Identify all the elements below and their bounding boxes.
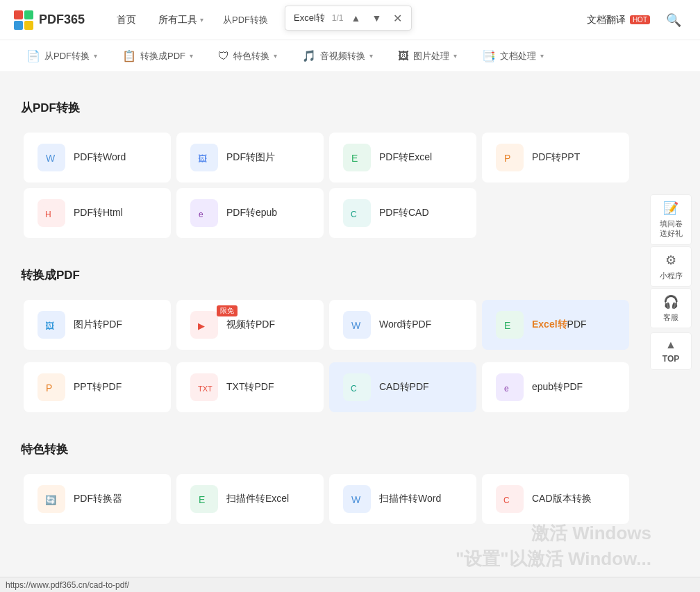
tool-icon-scan-excel: E — [190, 485, 218, 513]
tool-scan-excel[interactable]: E 扫描件转Excel — [176, 474, 324, 524]
sub-nav-arrow-to-pdf: ▾ — [190, 52, 193, 60]
right-panel-survey[interactable]: 📝 填问卷送好礼 — [650, 194, 692, 245]
survey-label: 填问卷送好礼 — [660, 219, 683, 239]
svg-text:🔄: 🔄 — [45, 494, 57, 506]
sub-nav-media[interactable]: 🎵 音视频转换 ▾ — [290, 40, 385, 72]
tool-epub-pdf[interactable]: e epub转PDF — [482, 362, 629, 412]
logo-icon — [14, 10, 33, 30]
section-title-special: 特色转换 — [21, 441, 667, 457]
sub-nav-icon-pdf-convert: 📄 — [26, 49, 40, 62]
tool-pdf-epub[interactable]: e PDF转epub — [176, 188, 324, 238]
sub-nav-icon-image: 🖼 — [398, 50, 409, 62]
section-title-to-pdf: 转换成PDF — [21, 267, 667, 283]
sub-nav-image[interactable]: 🖼 图片处理 ▾ — [385, 40, 469, 72]
logo-sq-green — [24, 10, 33, 19]
sub-nav-special[interactable]: 🛡 特色转换 ▾ — [206, 40, 290, 72]
tool-name-epub-pdf: epub转PDF — [532, 381, 583, 394]
search-overlay: Excel转 1/1 ▲ ▼ ✕ — [285, 6, 412, 31]
section-separator-2 — [0, 422, 688, 428]
sub-nav-pdf-convert[interactable]: 📄 从PDF转换 ▾ — [14, 40, 110, 72]
tool-name-pdf-img: PDF转图片 — [226, 151, 275, 164]
nav-tool-pdf-convert[interactable]: 从PDF转换 — [215, 0, 276, 40]
tool-pdf-ppt[interactable]: P PDF转PPT — [482, 133, 629, 183]
svg-text:🖼: 🖼 — [198, 153, 207, 164]
search-close-btn[interactable]: ✕ — [389, 10, 406, 26]
nav-translate[interactable]: 文档翻译 HOT — [576, 0, 661, 40]
service-label: 客服 — [663, 312, 678, 322]
main-content: 从PDF转换 W PDF转Word 🖼 PDF转图片 E PDF转Excel — [0, 72, 688, 548]
sub-nav-doc[interactable]: 📑 文档处理 ▾ — [469, 40, 556, 72]
svg-text:E: E — [351, 153, 358, 164]
svg-text:P: P — [504, 153, 510, 164]
sub-nav-icon-media: 🎵 — [302, 49, 316, 62]
tool-scan-word[interactable]: W 扫描件转Word — [329, 474, 476, 524]
tool-icon-pdf-converter: 🔄 — [38, 485, 65, 513]
svg-text:W: W — [351, 494, 361, 505]
search-button[interactable]: 🔍 — [661, 8, 686, 33]
tool-icon-word-pdf: W — [343, 311, 371, 339]
svg-text:E: E — [504, 320, 510, 331]
tool-grid-special: 🔄 PDF转换器 E 扫描件转Excel W 扫描件转Word C — [21, 471, 667, 527]
tool-cad-version[interactable]: C CAD版本转换 — [482, 474, 629, 524]
tool-txt-pdf[interactable]: TXT TXT转PDF — [176, 362, 324, 412]
svg-text:W: W — [351, 320, 361, 331]
tool-pdf-word[interactable]: W PDF转Word — [24, 133, 171, 183]
tool-excel-pdf[interactable]: E Excel转PDF — [482, 300, 629, 350]
nav-all-tools[interactable]: 所有工具 ▾ — [147, 0, 215, 40]
tool-icon-txt-pdf: TXT — [190, 373, 218, 401]
tool-name-cad-pdf: CAD转PDF — [379, 381, 429, 394]
right-panel-miniapp[interactable]: ⚙ 小程序 — [650, 246, 692, 287]
tool-name-ppt-pdf: PPT转PDF — [74, 381, 122, 394]
sub-nav-icon-to-pdf: 📋 — [122, 49, 136, 62]
svg-text:C: C — [351, 210, 357, 219]
svg-text:H: H — [45, 210, 51, 219]
tool-icon-excel-pdf: E — [496, 311, 524, 339]
search-next-btn[interactable]: ▼ — [368, 10, 385, 26]
tool-word-pdf[interactable]: W Word转PDF — [329, 300, 476, 350]
tool-pdf-excel[interactable]: E PDF转Excel — [329, 133, 476, 183]
search-term: Excel转 — [291, 12, 328, 24]
sub-nav-to-pdf[interactable]: 📋 转换成PDF ▾ — [110, 40, 206, 72]
tool-icon-video-pdf: ▶ — [190, 311, 218, 339]
logo-area[interactable]: PDF365 — [14, 10, 85, 30]
tool-pdf-cad[interactable]: C PDF转CAD — [329, 188, 476, 238]
service-icon: 🎧 — [663, 294, 678, 310]
tool-icon-pdf-img: 🖼 — [190, 144, 218, 171]
right-panel-service[interactable]: 🎧 客服 — [650, 288, 692, 328]
tool-name-txt-pdf: TXT转PDF — [226, 381, 274, 394]
miniapp-icon: ⚙ — [665, 253, 676, 268]
section-separator-1 — [0, 248, 688, 253]
logo-sq-blue — [14, 21, 23, 30]
svg-text:TXT: TXT — [198, 384, 212, 393]
search-count: 1/1 — [332, 13, 344, 23]
right-panel-top[interactable]: ▲ TOP — [650, 332, 692, 370]
svg-text:e: e — [199, 210, 203, 219]
tool-name-pdf-excel: PDF转Excel — [379, 151, 432, 164]
tool-icon-pdf-html: H — [38, 199, 65, 227]
tool-img-pdf[interactable]: 🖼 图片转PDF — [24, 300, 171, 350]
tool-icon-pdf-word: W — [38, 144, 65, 171]
tool-name-pdf-converter: PDF转换器 — [74, 493, 122, 505]
tool-name-cad-version: CAD版本转换 — [532, 493, 592, 505]
nav-home[interactable]: 首页 — [106, 0, 147, 40]
tool-ppt-pdf[interactable]: P PPT转PDF — [24, 362, 171, 412]
hot-badge: HOT — [630, 15, 650, 24]
svg-text:e: e — [504, 384, 509, 394]
tool-name-pdf-epub: PDF转epub — [226, 207, 277, 219]
tool-icon-pdf-excel: E — [343, 144, 371, 171]
tool-icon-pdf-epub: e — [190, 199, 218, 227]
sub-nav-arrow-pdf-convert: ▾ — [94, 52, 97, 60]
tool-video-pdf[interactable]: ▶ 视频转PDF 限免 — [176, 300, 324, 350]
tool-pdf-converter[interactable]: 🔄 PDF转换器 — [24, 474, 171, 524]
tool-name-scan-word: 扫描件转Word — [379, 493, 441, 505]
tool-pdf-html[interactable]: H PDF转Html — [24, 188, 171, 238]
sub-nav-icon-special: 🛡 — [218, 50, 229, 62]
tool-cad-pdf[interactable]: C CAD转PDF — [329, 362, 476, 412]
search-prev-btn[interactable]: ▲ — [347, 10, 364, 26]
logo-sq-red — [14, 10, 23, 19]
tool-pdf-img[interactable]: 🖼 PDF转图片 — [176, 133, 324, 183]
miniapp-label: 小程序 — [660, 271, 683, 280]
tool-name-pdf-cad: PDF转CAD — [379, 207, 429, 219]
svg-text:C: C — [351, 384, 357, 394]
tool-icon-ppt-pdf: P — [38, 373, 65, 401]
